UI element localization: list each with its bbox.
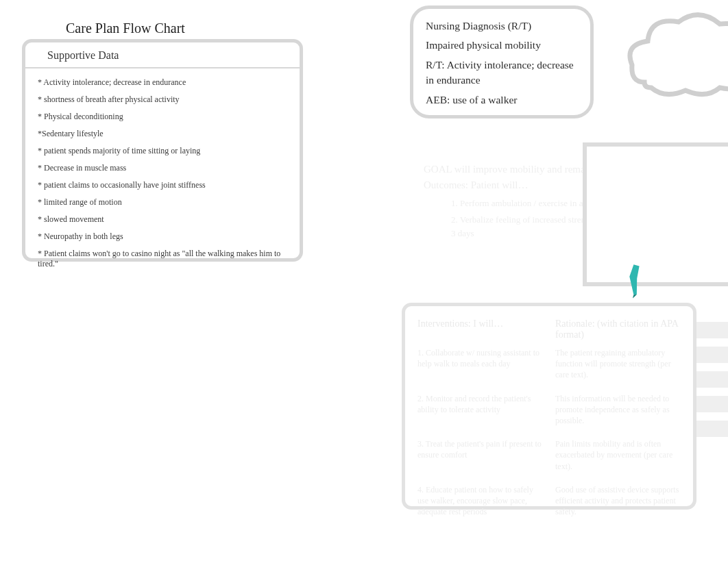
list-item: * limited range of motion <box>38 194 287 211</box>
diagnosis-box: Nursing Diagnosis (R/T) Impaired physica… <box>410 5 594 118</box>
list-item: * patient claims to occasionally have jo… <box>38 177 287 194</box>
list-item: * Physical deconditioning <box>38 108 287 125</box>
cloud-shape <box>624 7 728 103</box>
interventions-header-right: Rationale: (with citation in APA format) <box>555 318 681 340</box>
list-item: * slowed movement <box>38 211 287 228</box>
rationale-item: This information will be needed to promo… <box>555 393 681 427</box>
page-title: Care Plan Flow Chart <box>66 21 185 36</box>
side-faded-bars <box>692 322 728 459</box>
outcomes-box <box>583 142 728 286</box>
list-item: * shortness of breath after physical act… <box>38 91 287 108</box>
list-item: * Patient claims won't go to casino nigh… <box>38 245 287 273</box>
interventions-header-left: Interventions: I will… <box>417 318 543 340</box>
list-item: * Decrease in muscle mass <box>38 160 287 177</box>
intervention-item: 2. Monitor and record the patient's abil… <box>417 393 543 427</box>
list-item: * Activity intolerance; decrease in endu… <box>38 74 287 91</box>
diagnosis-aeb: AEB: use of a walker <box>426 92 578 108</box>
intervention-item: 1. Collaborate w/ nursing assistant to h… <box>417 347 543 381</box>
list-item: * Neuropathy in both legs <box>38 228 287 245</box>
supportive-data-box: Supportive Data * Activity intolerance; … <box>22 39 303 262</box>
list-item: * patient spends majority of time sittin… <box>38 142 287 160</box>
supportive-data-header: Supportive Data <box>25 42 300 68</box>
diagnosis-dx: Impaired physical mobility <box>426 38 578 53</box>
diagnosis-label: Nursing Diagnosis (R/T) <box>426 18 578 34</box>
diagnosis-rt: R/T: Activity intolerance; decrease in e… <box>426 58 578 88</box>
intervention-item: 4. Educate patient on how to safely use … <box>417 484 543 518</box>
supportive-data-list: * Activity intolerance; decrease in endu… <box>25 68 300 278</box>
list-item: *Sedentary lifestyle <box>38 125 287 142</box>
intervention-item: 3. Treat the patient's pain if present t… <box>417 438 543 472</box>
rationale-item: The patient regaining ambulatory functio… <box>555 347 681 381</box>
rationale-item: Pain limits mobility and is often exacer… <box>555 438 681 472</box>
rationale-item: Good use of assistive device supports ef… <box>555 484 681 518</box>
interventions-box: Interventions: I will… Rationale: (with … <box>402 303 696 510</box>
